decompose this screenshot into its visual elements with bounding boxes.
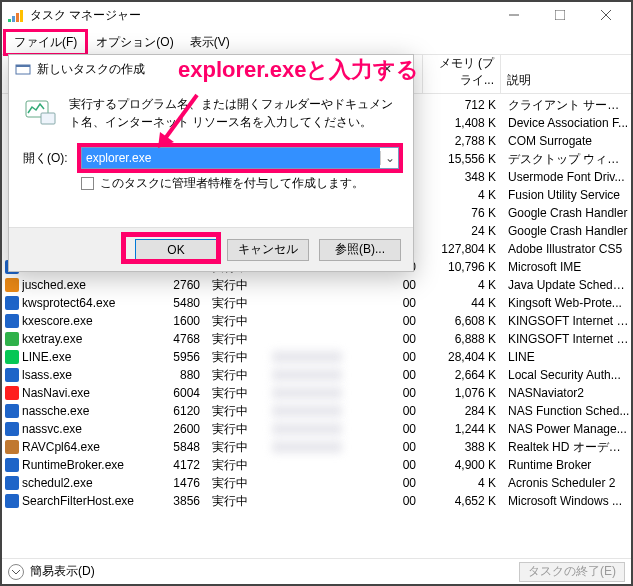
table-row[interactable]: jusched.exe2760実行中004 KJava Update Sched… — [2, 276, 631, 294]
taskmgr-icon — [8, 8, 24, 22]
maximize-button[interactable] — [537, 0, 583, 30]
table-row[interactable]: kxetray.exe4768実行中006,888 KKINGSOFT Inte… — [2, 330, 631, 348]
run-icon — [23, 95, 57, 129]
open-combobox[interactable]: ⌄ — [81, 147, 399, 169]
menu-view[interactable]: 表示(V) — [182, 32, 238, 53]
table-row[interactable]: nassche.exe6120実行中00284 KNAS Function Sc… — [2, 402, 631, 420]
simple-view-link[interactable]: 簡易表示(D) — [30, 563, 95, 580]
close-button[interactable] — [583, 0, 629, 30]
svg-rect-11 — [41, 113, 55, 124]
svg-rect-2 — [16, 13, 19, 22]
header-memory[interactable]: メモリ (プライ... — [423, 55, 501, 93]
svg-rect-5 — [555, 10, 565, 20]
table-row[interactable]: LINE.exe5956実行中0028,404 KLINE — [2, 348, 631, 366]
menu-options[interactable]: オプション(O) — [88, 32, 181, 53]
new-task-dialog: 新しいタスクの作成 ✕ 実行するプログラム名、または開くフォルダーやドキュメント… — [8, 54, 414, 272]
table-row[interactable]: lsass.exe880実行中002,664 KLocal Security A… — [2, 366, 631, 384]
open-label: 開く(O): — [23, 150, 75, 167]
table-row[interactable]: kwsprotect64.exe5480実行中0044 KKingsoft We… — [2, 294, 631, 312]
admin-checkbox-row[interactable]: このタスクに管理者特権を付与して作成します。 — [81, 175, 399, 192]
statusbar: 簡易表示(D) タスクの終了(E) — [2, 558, 631, 584]
table-row[interactable]: kxescore.exe1600実行中006,608 KKINGSOFT Int… — [2, 312, 631, 330]
admin-label: このタスクに管理者特権を付与して作成します。 — [100, 175, 364, 192]
titlebar: タスク マネージャー — [0, 0, 633, 30]
run-dialog-icon — [15, 62, 31, 76]
svg-rect-1 — [12, 16, 15, 22]
dialog-message: 実行するプログラム名、または開くフォルダーやドキュメント名、インターネット リソ… — [69, 95, 399, 131]
table-row[interactable]: SearchFilterHost.exe3856実行中004,652 KMicr… — [2, 492, 631, 510]
svg-rect-0 — [8, 19, 11, 22]
end-task-button[interactable]: タスクの終了(E) — [519, 562, 625, 582]
minimize-button[interactable] — [491, 0, 537, 30]
annotation-ok-highlight — [121, 232, 221, 264]
svg-rect-3 — [20, 10, 23, 22]
table-row[interactable]: nassvc.exe2600実行中001,244 KNAS Power Mana… — [2, 420, 631, 438]
admin-checkbox[interactable] — [81, 177, 94, 190]
browse-button[interactable]: 参照(B)... — [319, 239, 401, 261]
open-input[interactable] — [82, 148, 380, 168]
svg-rect-9 — [16, 65, 30, 67]
menu-file[interactable]: ファイル(F) — [3, 29, 88, 56]
annotation-callout: explorer.exeと入力する — [178, 55, 419, 85]
table-row[interactable]: RAVCpl64.exe5848実行中00388 KRealtek HD オーデ… — [2, 438, 631, 456]
dialog-title: 新しいタスクの作成 — [37, 61, 145, 78]
table-row[interactable]: schedul2.exe1476実行中004 KAcronis Schedule… — [2, 474, 631, 492]
chevron-down-icon[interactable]: ⌄ — [380, 151, 398, 165]
table-row[interactable]: NasNavi.exe6004実行中001,076 KNASNaviator2 — [2, 384, 631, 402]
cancel-button[interactable]: キャンセル — [227, 239, 309, 261]
menubar: ファイル(F) オプション(O) 表示(V) — [0, 30, 633, 54]
table-row[interactable]: RuntimeBroker.exe4172実行中004,900 KRuntime… — [2, 456, 631, 474]
header-description[interactable]: 説明 — [501, 55, 633, 93]
expand-icon[interactable] — [8, 564, 24, 580]
window-title: タスク マネージャー — [30, 7, 491, 24]
